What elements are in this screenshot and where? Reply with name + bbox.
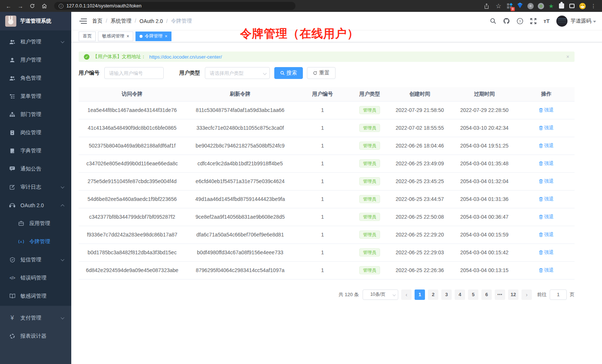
page-button-3[interactable]: 3	[441, 289, 452, 300]
bookmark-star-icon[interactable]: ☆	[494, 1, 503, 11]
close-icon[interactable]: ×	[165, 34, 167, 39]
collapse-sidebar-icon[interactable]	[79, 19, 87, 24]
org-tree-icon	[9, 112, 15, 117]
force-logout-button[interactable]: 强退	[539, 125, 554, 131]
sidebar-item-dept[interactable]: 部门管理	[0, 105, 71, 123]
force-logout-button[interactable]: 强退	[539, 267, 554, 274]
sidebar-item-user[interactable]: 用户管理	[0, 51, 71, 69]
sidebar-item-errcode[interactable]: </> 错误码管理	[0, 269, 71, 287]
force-logout-button[interactable]: 强退	[539, 178, 554, 185]
app-logo[interactable]: 芋道管理系统	[0, 12, 71, 30]
browser-back-icon[interactable]: ←	[4, 1, 13, 11]
sidebar-item-role[interactable]: 角色管理	[0, 69, 71, 87]
force-logout-button[interactable]: 强退	[539, 107, 554, 113]
user-type-cell: 管理员	[350, 208, 389, 226]
tab-sensitive-word[interactable]: 敏感词管理 ×	[98, 32, 133, 41]
prev-page-button[interactable]: ‹	[401, 289, 412, 300]
sidebar-item-oauth2[interactable]: OAuth 2.0	[0, 196, 71, 214]
force-logout-button[interactable]: 强退	[539, 231, 554, 238]
tab-home[interactable]: 首页	[79, 32, 96, 41]
force-logout-button[interactable]: 强退	[539, 249, 554, 256]
page-button-2[interactable]: 2	[428, 289, 438, 300]
extension-tabs-icon[interactable]: 9	[506, 2, 514, 10]
user-id-label: 用户编号	[79, 70, 99, 76]
search-icon[interactable]	[490, 18, 496, 24]
force-logout-button[interactable]: 强退	[539, 214, 554, 220]
active-dot	[140, 35, 143, 38]
sidebar-item-oauth2-app[interactable]: 应用管理	[0, 214, 71, 232]
extension-gem-icon[interactable]	[516, 2, 524, 10]
address-bar[interactable]: i 127.0.0.1:1024/system/oauth2/token	[54, 2, 295, 10]
sidebar-item-label: 报表设计器	[20, 333, 46, 340]
refresh-token-cell: 811c530487574fa0af1a59d3abc1aa66	[186, 101, 295, 119]
open-book-icon	[9, 294, 15, 298]
created-cell: 2022-06-25 22:50:08	[389, 208, 451, 226]
breadcrumb-system[interactable]: 系统管理	[111, 18, 136, 24]
page-button-5[interactable]: 5	[468, 289, 478, 300]
extension-recorder-icon[interactable]	[537, 2, 545, 10]
sidebar-item-dict[interactable]: 字典管理	[0, 142, 71, 160]
fullscreen-icon[interactable]	[530, 18, 537, 24]
user-type-select-input[interactable]	[205, 67, 270, 79]
tab-token[interactable]: 令牌管理 ×	[135, 32, 171, 41]
reset-button[interactable]: 重置	[307, 67, 336, 79]
alert-close-icon[interactable]: ×	[566, 54, 569, 60]
search-button[interactable]: 搜索	[274, 67, 303, 79]
sidebar-item-pay[interactable]: ¥ 支付管理	[0, 309, 71, 327]
more-pages-button[interactable]: •••	[495, 289, 505, 300]
sidebar-item-label: 岗位管理	[20, 129, 41, 136]
force-logout-button[interactable]: 强退	[539, 196, 554, 202]
profile-emoji-icon[interactable]	[578, 2, 586, 10]
sidebar-item-menu[interactable]: 菜单管理	[0, 87, 71, 105]
page-size-select[interactable]	[363, 289, 398, 300]
split-screen-icon[interactable]	[568, 2, 576, 10]
browser-menu-icon[interactable]: ⋮	[589, 1, 598, 11]
sidebar-item-sensitive-word[interactable]: 敏感词管理	[0, 287, 71, 305]
sidebar-item-oauth2-token[interactable]: A 令牌管理	[0, 232, 71, 251]
sidebar-item-report-designer[interactable]: 报表设计器	[0, 327, 71, 345]
doc-link[interactable]: https://doc.iocoder.cn/user-center/	[149, 54, 222, 60]
user-avatar[interactable]: 芋道源码	[556, 16, 596, 27]
browser-forward-icon[interactable]: →	[16, 1, 25, 11]
browser-reload-icon[interactable]	[27, 1, 37, 11]
page-button-6[interactable]: 6	[481, 289, 492, 300]
help-icon[interactable]: ?	[517, 18, 523, 24]
user-id-cell: 1	[295, 190, 350, 208]
force-logout-button[interactable]: 强退	[539, 142, 554, 149]
sidebar-item-post[interactable]: 岗位管理	[0, 123, 71, 142]
extension-star-icon[interactable]: ★	[547, 2, 555, 10]
breadcrumb-home[interactable]: 首页	[92, 18, 107, 24]
share-icon[interactable]	[482, 1, 491, 11]
pagination: 共 120 条 ‹ 1 2 3 4 5 6 ••• 12 › 前往 页	[79, 289, 575, 300]
expires-cell: 2054-03-10 20:42:34	[451, 119, 518, 137]
goto-page-input[interactable]	[550, 289, 567, 300]
sidebar-item-notice[interactable]: 通知公告	[0, 160, 71, 178]
extension-command-icon[interactable]: ✳	[526, 2, 534, 10]
actions-cell: 强退	[518, 155, 575, 172]
font-size-icon[interactable]: ᴛT	[543, 18, 550, 24]
breadcrumb-oauth2[interactable]: OAuth 2.0	[140, 18, 168, 24]
sidebar-item-tenant[interactable]: 租户管理	[0, 33, 71, 51]
token-table: 访问令牌 刷新令牌 用户编号 用户类型 创建时间 过期时间 操作 1ea5e44…	[79, 87, 575, 279]
page-button-4[interactable]: 4	[455, 289, 465, 300]
sidebar-item-audit-log[interactable]: 审计日志	[0, 178, 71, 196]
extension-puzzle-icon[interactable]	[557, 2, 566, 10]
force-logout-button[interactable]: 强退	[539, 160, 554, 167]
next-page-button[interactable]: ›	[521, 289, 532, 300]
github-icon[interactable]	[503, 18, 510, 24]
created-cell: 2022-06-25 22:29:20	[389, 226, 451, 244]
browser-home-icon[interactable]	[39, 1, 49, 11]
user-id-input[interactable]	[104, 67, 164, 79]
refresh-token-cell: cdfc4ce9c2da4bb1bdf21b9918ff4be5	[186, 155, 295, 172]
chevron-down-icon	[61, 39, 65, 43]
close-icon[interactable]: ×	[127, 34, 129, 39]
sidebar-item-sms[interactable]: 短信管理	[0, 251, 71, 269]
users-icon	[9, 39, 15, 44]
force-logout-label: 强退	[544, 107, 554, 113]
page-button-1[interactable]: 1	[415, 289, 425, 300]
table-row: c342377bf8b344799dcbf7bf095287f2 9ce8ef2…	[79, 208, 575, 226]
table-row: f9336e7c7dd242a283ee98dc86b17a87 dfa6c71…	[79, 226, 575, 244]
user-type-select[interactable]	[205, 67, 270, 79]
page-button-12[interactable]: 12	[508, 289, 518, 300]
site-info-icon[interactable]: i	[59, 4, 63, 9]
